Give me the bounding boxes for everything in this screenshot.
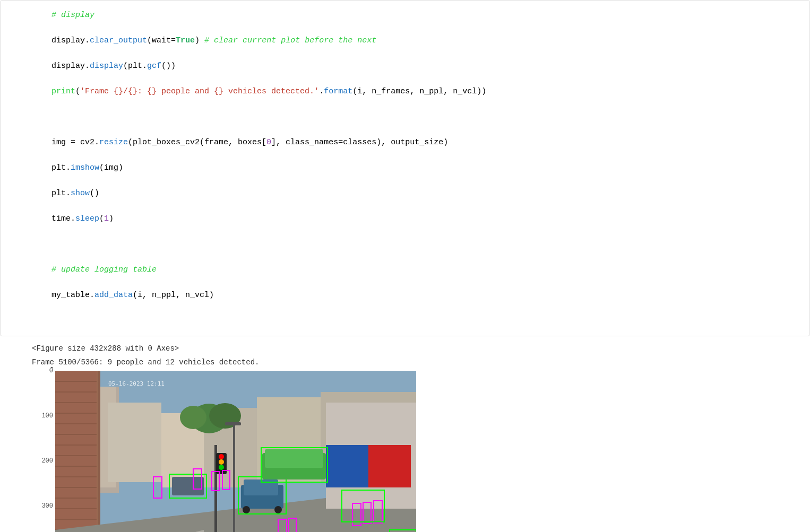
svg-rect-71 bbox=[265, 449, 323, 468]
svg-rect-33 bbox=[108, 403, 161, 482]
plot-image: 05-16-2023 12:11 bbox=[55, 371, 416, 532]
svg-point-51 bbox=[219, 454, 224, 459]
svg-rect-39 bbox=[326, 445, 368, 487]
svg-rect-55 bbox=[225, 422, 241, 425]
svg-point-42 bbox=[180, 406, 206, 429]
svg-rect-73 bbox=[172, 477, 204, 495]
svg-point-68 bbox=[274, 506, 282, 513]
code-line-sleep: time.sleep(1) bbox=[32, 213, 799, 225]
y-tick-100: 100 bbox=[41, 412, 53, 420]
svg-point-53 bbox=[219, 465, 224, 470]
svg-rect-54 bbox=[233, 424, 235, 532]
code-line-comment-logging: # update logging table bbox=[32, 264, 799, 276]
output-section: <Figure size 432x288 with 0 Axes> Frame … bbox=[0, 336, 810, 532]
figure-size-text: <Figure size 432x288 with 0 Axes> bbox=[32, 343, 799, 354]
y-axis: 0 100 200 300 400 500 bbox=[32, 371, 55, 532]
code-line-clear-output: display.clear_output(wait=True) # clear … bbox=[32, 34, 799, 47]
svg-point-52 bbox=[219, 459, 224, 465]
svg-point-67 bbox=[243, 506, 250, 513]
plot-area: 0 100 200 300 400 500 bbox=[32, 371, 799, 532]
svg-rect-40 bbox=[368, 445, 411, 487]
svg-rect-5 bbox=[55, 371, 97, 532]
street-scene-svg: 05-16-2023 12:11 bbox=[55, 371, 416, 532]
y-tick-200: 200 bbox=[41, 457, 53, 465]
code-line-comment-display: # display bbox=[32, 9, 799, 22]
code-content: # display display.clear_output(wait=True… bbox=[32, 9, 799, 327]
y-tick-0: 0 bbox=[49, 367, 53, 374]
code-line-my-table: my_table.add_data(i, n_ppl, n_vcl) bbox=[32, 289, 799, 302]
code-line-print: print('Frame {}/{}: {} people and {} veh… bbox=[32, 85, 799, 98]
frame-info-text: Frame 5100/5366: 9 people and 12 vehicle… bbox=[32, 356, 799, 368]
code-cell: # display display.clear_output(wait=True… bbox=[0, 0, 810, 336]
y-tick-300: 300 bbox=[41, 502, 53, 510]
svg-text:05-16-2023 12:11: 05-16-2023 12:11 bbox=[108, 380, 165, 387]
code-line-blank2 bbox=[32, 238, 799, 251]
code-line-show: plt.show() bbox=[32, 187, 799, 200]
code-line-display-display: display.display(plt.gcf()) bbox=[32, 60, 799, 73]
code-line-blank1 bbox=[32, 111, 799, 124]
code-line-imshow: plt.imshow(img) bbox=[32, 162, 799, 175]
code-line-img: img = cv2.resize(plot_boxes_cv2(frame, b… bbox=[32, 136, 799, 149]
